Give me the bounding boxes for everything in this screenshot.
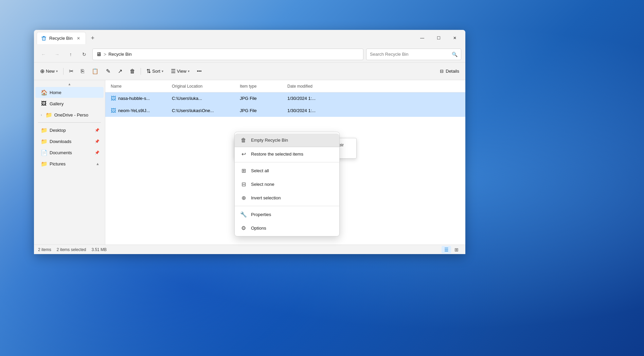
search-box[interactable]: 🔍 — [366, 49, 461, 60]
menu-item-empty-recycle-bin[interactable]: 🗑 Empty Recycle Bin — [235, 134, 339, 147]
rename-icon: ✎ — [106, 68, 110, 74]
more-button[interactable]: ••• — [194, 65, 205, 77]
title-bar: Recycle Bin ✕ + — ☐ ✕ — [34, 30, 465, 46]
toolbar-sep-2 — [141, 68, 141, 75]
menu-select-all-label: Select all — [251, 168, 269, 173]
new-label: New — [46, 69, 55, 74]
sidebar-item-gallery[interactable]: 🖼 Gallery — [35, 98, 104, 109]
maximize-button[interactable]: ☐ — [431, 33, 446, 43]
refresh-button[interactable]: ↻ — [79, 49, 90, 60]
more-icon: ••• — [197, 69, 202, 74]
details-label: Details — [446, 69, 459, 74]
col-header-name[interactable]: Name — [108, 84, 169, 89]
menu-item-properties[interactable]: 🔧 Properties — [235, 208, 339, 221]
sort-icon: ⇅ — [146, 68, 151, 74]
invert-icon: ⊕ — [240, 194, 247, 201]
sidebar-item-pictures[interactable]: 📁 Pictures ▲ — [35, 158, 104, 169]
tab-close-button[interactable]: ✕ — [75, 35, 82, 41]
list-view-button[interactable]: ☰ — [442, 246, 451, 253]
details-button[interactable]: ⊟ Details — [436, 67, 463, 76]
grid-view-button[interactable]: ⊞ — [452, 246, 461, 253]
select-all-icon: ⊞ — [240, 167, 247, 174]
recycle-bin-tab-icon — [41, 36, 47, 41]
sort-dropdown-arrow: ▾ — [162, 69, 163, 73]
file-2-icon: 🖼 — [111, 108, 116, 114]
delete-button[interactable]: 🗑 — [126, 65, 139, 77]
context-menu: 🗑 Empty Recycle Bin ↩ Restore the select… — [234, 132, 340, 236]
view-button[interactable]: ☰ View ▾ — [167, 65, 193, 77]
sort-button[interactable]: ⇅ Sort ▾ — [143, 65, 167, 77]
address-bar: ← → ↑ ↻ 🖥 > Recycle Bin 🔍 — [34, 46, 465, 63]
address-input[interactable]: 🖥 > Recycle Bin — [92, 49, 363, 60]
sidebar: ▲ 🏠 Home 🖼 Gallery › 📁 OneDrive - Perso … — [34, 80, 105, 245]
cut-icon: ✂ — [69, 68, 73, 74]
sidebar-item-downloads[interactable]: 📁 Downloads 📌 — [35, 136, 104, 147]
menu-restore-label: Restore the selected items — [251, 152, 303, 157]
restore-icon: ↩ — [240, 150, 247, 157]
view-label: View — [177, 69, 186, 74]
options-icon: ⚙ — [240, 225, 247, 231]
close-button[interactable]: ✕ — [447, 33, 463, 43]
onedrive-icon: 📁 — [46, 112, 52, 118]
search-input[interactable] — [370, 52, 450, 57]
share-icon: ↗ — [118, 68, 122, 74]
menu-select-none-label: Select none — [251, 182, 274, 187]
minimize-button[interactable]: — — [414, 33, 430, 43]
status-bar: 2 items 2 items selected 3.51 MB ☰ ⊞ — [34, 245, 465, 254]
menu-item-options[interactable]: ⚙ Options — [235, 221, 339, 235]
menu-item-invert[interactable]: ⊕ Invert selection — [235, 191, 339, 204]
file-1-icon: 🖼 — [111, 95, 116, 102]
select-none-icon: ⊟ — [240, 181, 247, 188]
computer-icon: 🖥 — [96, 51, 102, 57]
view-dropdown-arrow: ▾ — [188, 69, 190, 73]
sidebar-gallery-label: Gallery — [50, 101, 64, 106]
paste-button[interactable]: 📋 — [88, 65, 102, 77]
table-row[interactable]: 🖼 nasa-hubble-s... C:\Users\luka... JPG … — [105, 92, 465, 105]
tab-area: Recycle Bin ✕ + — [37, 30, 414, 46]
menu-options-label: Options — [251, 226, 266, 231]
file-1-date: 1/30/2024 1:... — [285, 96, 463, 101]
sidebar-item-home[interactable]: 🏠 Home — [35, 87, 104, 98]
menu-empty-label: Empty Recycle Bin — [251, 138, 288, 143]
sidebar-item-documents[interactable]: 📄 Documents 📌 — [35, 147, 104, 158]
pictures-pin-icon: ▲ — [96, 162, 100, 166]
new-dropdown-arrow: ▾ — [56, 69, 58, 73]
share-button[interactable]: ↗ — [114, 65, 126, 77]
sidebar-item-desktop[interactable]: 📁 Desktop 📌 — [35, 125, 104, 136]
sidebar-onedrive-label: OneDrive - Perso — [54, 112, 88, 118]
new-tab-button[interactable]: + — [87, 33, 98, 43]
gallery-icon: 🖼 — [41, 101, 47, 107]
file-2-type: JPG File — [237, 108, 285, 113]
list-header: Name Original Location Item type Date mo… — [105, 80, 465, 92]
menu-item-select-none[interactable]: ⊟ Select none — [235, 177, 339, 191]
file-2-name: 🖼 neom-YeLs9IJ... — [108, 108, 169, 114]
file-1-location: C:\Users\luka... — [169, 96, 237, 101]
cut-button[interactable]: ✂ — [66, 65, 77, 77]
file-1-name: 🖼 nasa-hubble-s... — [108, 95, 169, 102]
col-header-location[interactable]: Original Location — [169, 84, 237, 89]
tab-label: Recycle Bin — [49, 36, 73, 41]
copy-button[interactable]: ⎘ — [77, 65, 88, 77]
toolbar-sep-1 — [63, 68, 64, 75]
menu-properties-label: Properties — [251, 212, 271, 217]
col-header-date[interactable]: Date modified — [285, 84, 463, 89]
paste-icon: 📋 — [92, 68, 99, 74]
sidebar-item-onedrive[interactable]: › 📁 OneDrive - Perso — [35, 109, 104, 120]
new-button[interactable]: ⊕ New ▾ — [37, 65, 61, 77]
toolbar: ⊕ New ▾ ✂ ⎘ 📋 ✎ ↗ 🗑 ⇅ Sort ▾ ☰ — [34, 63, 465, 80]
table-row[interactable]: 🖼 neom-YeLs9IJ... C:\Users\lukas\One... … — [105, 105, 465, 117]
tab-recycle-bin[interactable]: Recycle Bin ✕ — [37, 32, 86, 44]
empty-recycle-bin-icon: 🗑 — [240, 137, 247, 144]
back-button[interactable]: ← — [38, 49, 49, 60]
sidebar-documents-label: Documents — [50, 150, 72, 155]
menu-item-restore[interactable]: ↩ Restore the selected items — [235, 147, 339, 161]
col-header-type[interactable]: Item type — [237, 84, 285, 89]
rename-button[interactable]: ✎ — [103, 65, 114, 77]
up-button[interactable]: ↑ — [65, 49, 76, 60]
menu-item-select-all[interactable]: ⊞ Select all — [235, 164, 339, 177]
delete-icon: 🗑 — [130, 68, 135, 74]
path-separator: > — [104, 52, 106, 57]
downloads-folder-icon: 📁 — [41, 138, 47, 145]
forward-button[interactable]: → — [52, 49, 62, 60]
window-controls: — ☐ ✕ — [414, 33, 463, 43]
